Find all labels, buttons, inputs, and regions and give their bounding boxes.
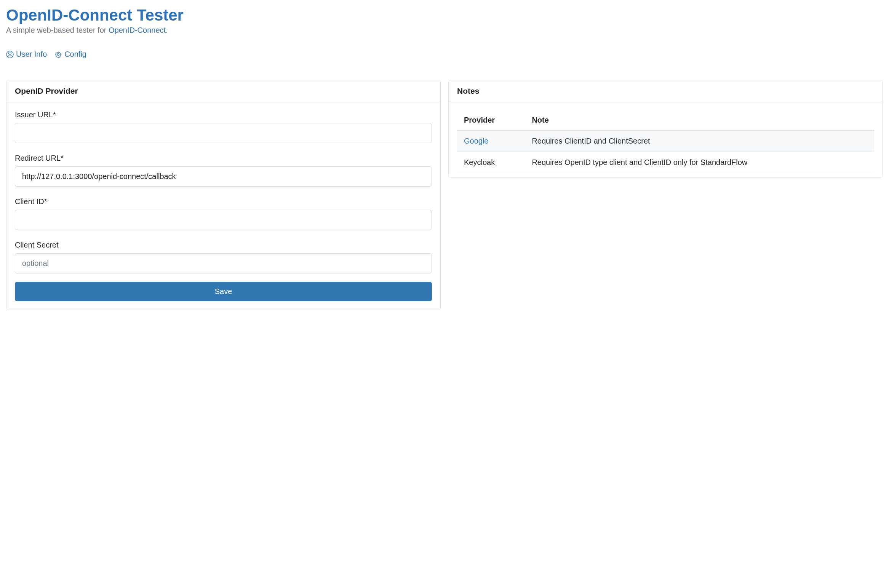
provider-cell: Keycloak xyxy=(457,152,525,173)
content-grid: OpenID Provider Issuer URL* Redirect URL… xyxy=(6,71,883,310)
redirect-url-label: Redirect URL* xyxy=(15,154,432,163)
page-title: OpenID-Connect Tester xyxy=(6,6,883,24)
gear-icon xyxy=(54,51,62,58)
user-icon xyxy=(6,51,14,58)
nav-user-info-label: User Info xyxy=(16,50,47,59)
nav-config-label: Config xyxy=(64,50,86,59)
client-id-label: Client ID* xyxy=(15,197,432,206)
note-cell: Requires ClientID and ClientSecret xyxy=(525,130,874,152)
client-secret-group: Client Secret xyxy=(15,241,432,273)
svg-point-2 xyxy=(58,53,59,55)
subtitle-prefix: A simple web-based tester for xyxy=(6,26,109,34)
issuer-url-input[interactable] xyxy=(15,123,432,143)
provider-card-body: Issuer URL* Redirect URL* Client ID* Cli… xyxy=(6,102,440,310)
notes-card: Notes Provider Note Google Requires Clie… xyxy=(448,80,883,177)
nav-links: User Info Config xyxy=(6,50,883,59)
svg-point-0 xyxy=(9,52,11,54)
note-cell: Requires OpenID type client and ClientID… xyxy=(525,152,874,173)
provider-card-title: OpenID Provider xyxy=(15,86,432,96)
page-subtitle: A simple web-based tester for OpenID-Con… xyxy=(6,26,883,35)
issuer-url-label: Issuer URL* xyxy=(15,110,432,119)
client-secret-input[interactable] xyxy=(15,253,432,273)
client-id-group: Client ID* xyxy=(15,197,432,230)
provider-card: OpenID Provider Issuer URL* Redirect URL… xyxy=(6,80,441,310)
notes-card-title: Notes xyxy=(457,86,874,96)
redirect-url-input[interactable] xyxy=(15,166,432,187)
notes-card-body: Provider Note Google Requires ClientID a… xyxy=(449,102,883,177)
notes-table: Provider Note Google Requires ClientID a… xyxy=(457,110,874,173)
notes-col-provider: Provider xyxy=(457,110,525,130)
nav-user-info[interactable]: User Info xyxy=(6,50,47,59)
save-button[interactable]: Save xyxy=(15,282,432,301)
client-id-input[interactable] xyxy=(15,210,432,230)
provider-link-google[interactable]: Google xyxy=(464,137,489,145)
table-row: Keycloak Requires OpenID type client and… xyxy=(457,152,874,173)
notes-card-header: Notes xyxy=(449,80,883,102)
provider-card-header: OpenID Provider xyxy=(6,80,440,102)
redirect-url-group: Redirect URL* xyxy=(15,154,432,187)
notes-col-note: Note xyxy=(525,110,874,130)
table-row: Google Requires ClientID and ClientSecre… xyxy=(457,130,874,152)
nav-config[interactable]: Config xyxy=(54,50,86,59)
openid-connect-link[interactable]: OpenID-Connect xyxy=(109,26,166,34)
issuer-url-group: Issuer URL* xyxy=(15,110,432,143)
client-secret-label: Client Secret xyxy=(15,241,432,249)
subtitle-suffix: . xyxy=(166,26,168,34)
